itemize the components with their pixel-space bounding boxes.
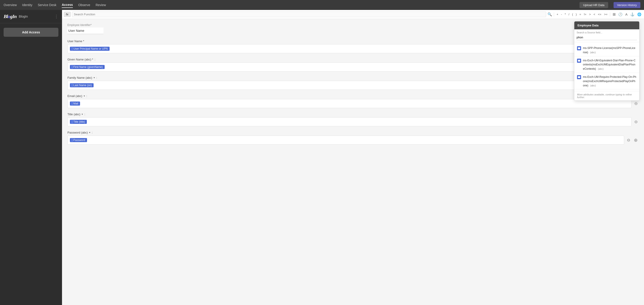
email-field-section: Email (abc) ▾ : Mail ⊖ <box>68 94 638 108</box>
chip-bar-3 <box>72 84 72 87</box>
formula-op-clock[interactable]: 🕐 <box>618 12 623 17</box>
password-row: Password ⊖ ⊕ <box>68 136 638 145</box>
formula-op-rparen[interactable]: ) <box>575 12 577 17</box>
formula-op-multiply[interactable]: * <box>564 12 566 17</box>
title-label: Title (abc) <box>68 113 80 116</box>
formula-op-lt[interactable]: < <box>593 12 596 17</box>
nav-item-identity[interactable]: Identity <box>22 2 32 8</box>
employee-identifier-select[interactable]: User Name <box>68 28 104 34</box>
emp-panel-search-input[interactable] <box>576 35 637 40</box>
password-chip-label: Password <box>73 139 85 142</box>
sidebar: BlogIn BlogIn ⋮ Add Access <box>0 10 62 305</box>
family-name-colon: : <box>96 76 97 79</box>
employee-data-panel: Employee Data Search a Source field... m… <box>574 21 640 101</box>
family-name-row: Last Name (sn) ⊖ <box>68 81 638 90</box>
password-chevron-icon[interactable]: ▾ <box>89 131 90 134</box>
given-name-chip: First Name (givenName) <box>70 65 105 69</box>
formula-op-minus[interactable]: - <box>560 12 562 17</box>
nav-item-service-desk[interactable]: Service Desk <box>38 2 56 8</box>
password-label-row: Password (abc) ▾ : <box>68 131 638 134</box>
email-label: Email (abc) <box>68 94 82 98</box>
formula-op-divide[interactable]: / <box>568 12 570 17</box>
add-access-button[interactable]: Add Access <box>4 28 58 37</box>
user-name-chip-label: User Principal Name or UPN <box>73 47 108 50</box>
email-chip-label: Mail <box>73 102 78 105</box>
nav-item-overview[interactable]: Overview <box>4 2 17 8</box>
password-remove-button[interactable]: ⊖ <box>626 138 631 143</box>
chip-bar <box>72 47 72 50</box>
search-function-input[interactable] <box>72 12 546 17</box>
formula-op-plus[interactable]: + <box>556 12 559 17</box>
title-input-wrap[interactable]: Title (title) <box>68 117 632 126</box>
emp-panel-search-label: Search a Source field... <box>576 31 637 34</box>
formula-op-neq[interactable]: != <box>583 12 587 17</box>
family-name-label-row: Family Name (abc) ▾ : <box>68 76 638 79</box>
formula-op-grid[interactable]: ⊞ <box>612 12 616 17</box>
emp-panel-item-2[interactable]: ms-Exch-UM-Require-Protected-Play-On-Pho… <box>574 73 639 89</box>
employee-identifier-label: Employee Identifier* <box>68 24 638 27</box>
user-name-input-wrap[interactable]: User Principal Name or UPN <box>68 44 638 53</box>
formula-op-lparen[interactable]: ( <box>572 12 574 17</box>
formula-op-gt[interactable]: > <box>588 12 592 17</box>
formula-op-globe[interactable]: 🌐 <box>636 12 642 17</box>
formula-op-lte[interactable]: <= <box>597 12 602 17</box>
formula-op-equals[interactable]: = <box>579 12 582 17</box>
emp-item-text-2: ms-Exch-UM-Require-Protected-Play-On-Pho… <box>583 75 636 87</box>
emp-item-type-1: (abc) <box>598 68 604 70</box>
family-name-label: Family Name (abc) <box>68 76 92 79</box>
given-name-label: Given Name (abc) * <box>68 58 93 61</box>
emp-item-name-1: ms-Exch-UM-Equivalent-Dial-Plan-Phone-Co… <box>583 59 636 71</box>
sidebar-header: BlogIn BlogIn ⋮ <box>0 10 62 23</box>
app-layout: BlogIn BlogIn ⋮ Add Access fx 🔍 + - * / … <box>0 10 644 305</box>
nav-item-access[interactable]: Access <box>62 2 73 8</box>
formula-divider-2 <box>610 13 610 17</box>
emp-item-type-0: (abc) <box>590 51 596 54</box>
email-chevron-icon[interactable]: ▾ <box>84 95 85 98</box>
email-input-wrap[interactable]: Mail <box>68 99 632 108</box>
title-colon: : <box>84 113 85 116</box>
email-colon: : <box>86 94 87 98</box>
title-chip-label: Title (title) <box>73 120 85 123</box>
emp-panel-header: Employee Data <box>574 22 639 29</box>
given-name-colon: : <box>94 58 96 61</box>
email-remove-button[interactable]: ⊖ <box>634 101 638 106</box>
emp-panel-search: Search a Source field... <box>574 29 639 42</box>
emp-item-icon-0 <box>577 46 581 50</box>
title-remove-button[interactable]: ⊖ <box>634 119 638 124</box>
formula-op-anchor[interactable]: ⚓ <box>630 12 635 17</box>
formula-divider-1 <box>554 13 554 17</box>
email-label-row: Email (abc) ▾ : <box>68 94 638 98</box>
family-name-chip-label: Last Name (sn) <box>73 84 92 87</box>
given-name-row: First Name (givenName) <box>68 63 638 72</box>
user-name-label-row: User Name * <box>68 40 638 43</box>
password-field-section: Password (abc) ▾ : Password ⊖ ⊕ <box>68 131 638 145</box>
main-content: Employee Identifier* User Name User Name… <box>62 19 644 305</box>
chip-bar-2 <box>72 65 72 69</box>
upload-hr-data-button[interactable]: Upload HR Data <box>580 2 608 8</box>
version-history-button[interactable]: Version History <box>614 2 640 8</box>
title-chevron-icon[interactable]: ▾ <box>82 113 83 116</box>
fx-button[interactable]: fx <box>64 12 70 17</box>
emp-panel-item-0[interactable]: ms-SPP-Phone-License(msSPP-PhoneLicense)… <box>574 44 639 56</box>
formula-op-text[interactable]: A <box>624 12 628 17</box>
emp-panel-footer: More attributes available, continue typi… <box>574 91 639 100</box>
chip-bar-4 <box>72 102 72 105</box>
given-name-input-wrap[interactable]: First Name (givenName) <box>68 63 638 72</box>
password-add-button[interactable]: ⊕ <box>633 137 638 143</box>
emp-panel-items: ms-SPP-Phone-License(msSPP-PhoneLicense)… <box>574 42 639 91</box>
given-name-label-row: Given Name (abc) * : <box>68 58 638 61</box>
emp-panel-item-1[interactable]: ms-Exch-UM-Equivalent-Dial-Plan-Phone-Co… <box>574 56 639 73</box>
user-name-field-section: User Name * User Principal Name or UPN <box>68 40 638 53</box>
password-input-wrap[interactable]: Password <box>68 136 624 145</box>
formula-op-gte[interactable]: >= <box>604 12 608 17</box>
sidebar-menu-icon[interactable]: ⋮ <box>54 14 58 19</box>
nav-item-observe[interactable]: Observe <box>78 2 90 8</box>
family-name-input-wrap[interactable]: Last Name (sn) <box>68 81 632 90</box>
family-name-chevron-icon[interactable]: ▾ <box>94 76 95 79</box>
password-colon: : <box>92 131 93 134</box>
formula-bar: fx 🔍 + - * / ( ) = != > < <= >= ⊞ 🕐 A ⚓ … <box>62 10 644 19</box>
search-icon[interactable]: 🔍 <box>548 12 552 17</box>
user-name-chip: User Principal Name or UPN <box>70 47 110 51</box>
emp-item-icon-1 <box>577 59 581 63</box>
nav-item-review[interactable]: Review <box>96 2 106 8</box>
